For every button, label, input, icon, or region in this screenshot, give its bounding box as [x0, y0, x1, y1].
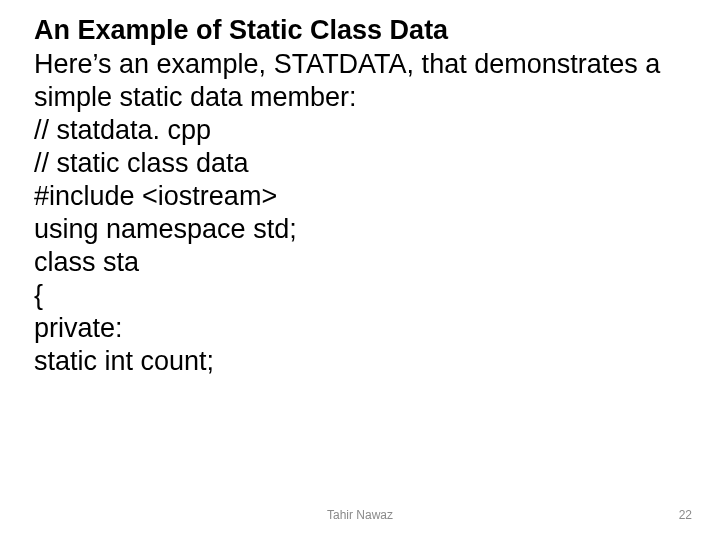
body-line: Here’s an example, STATDATA, that demons… [34, 48, 686, 114]
slide-title: An Example of Static Class Data [34, 14, 686, 46]
body-line: // static class data [34, 147, 686, 180]
body-line: private: [34, 312, 686, 345]
footer-author: Tahir Nawaz [0, 508, 720, 522]
body-line: { [34, 279, 686, 312]
slide: An Example of Static Class Data Here’s a… [0, 0, 720, 540]
page-number: 22 [679, 508, 692, 522]
body-line: static int count; [34, 345, 686, 378]
body-line: // statdata. cpp [34, 114, 686, 147]
body-line: #include <iostream> [34, 180, 686, 213]
body-line: using namespace std; [34, 213, 686, 246]
slide-body: Here’s an example, STATDATA, that demons… [34, 48, 686, 377]
body-line: class sta [34, 246, 686, 279]
